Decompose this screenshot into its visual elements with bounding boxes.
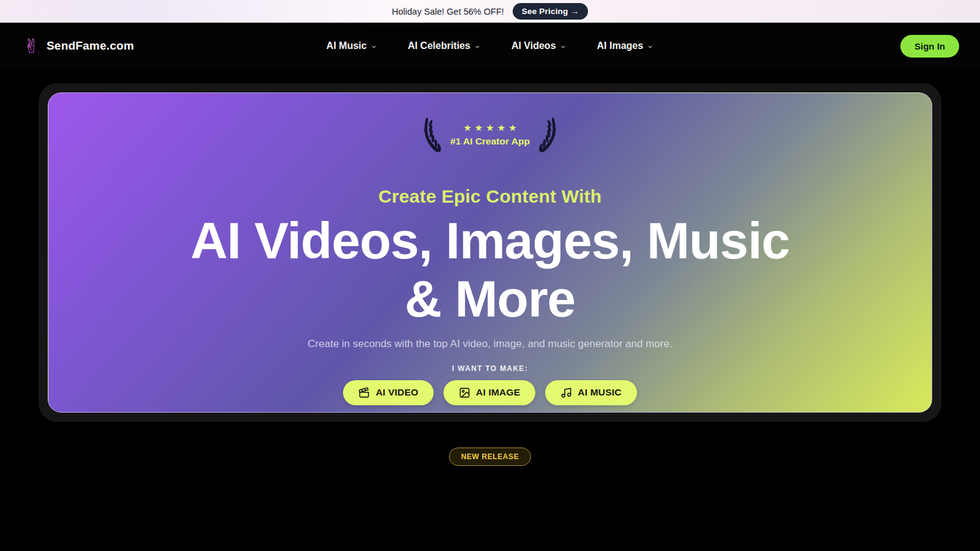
sign-in-button[interactable]: Sign In <box>900 35 959 58</box>
hero-card: ★★★★★ #1 AI Creator App <box>48 92 932 413</box>
cta-button-row: AI VIDEO AI IMAGE AI MUSIC <box>343 380 636 405</box>
chevron-down-icon <box>560 43 567 50</box>
nav-label: AI Images <box>597 40 644 51</box>
ai-video-button[interactable]: AI VIDEO <box>343 380 434 405</box>
music-note-icon <box>560 387 572 399</box>
laurel-left-icon <box>418 116 444 153</box>
award-center: ★★★★★ #1 AI Creator App <box>450 122 530 147</box>
nav-item-ai-images[interactable]: AI Images <box>597 40 654 51</box>
cta-button-label: AI MUSIC <box>578 387 621 398</box>
peace-hand-icon: ✌✦ <box>21 34 42 58</box>
hero-title-line1: AI Videos, Images, Music <box>190 212 790 269</box>
hero-title: AI Videos, Images, Music& More <box>190 212 790 328</box>
five-stars: ★★★★★ <box>450 122 530 133</box>
clapperboard-icon <box>358 387 370 399</box>
ai-image-button[interactable]: AI IMAGE <box>443 380 535 405</box>
brand-logo[interactable]: ✌✦ SendFame.com <box>21 34 192 58</box>
nav-item-ai-music[interactable]: AI Music <box>326 40 377 51</box>
site-header: ✌✦ SendFame.com AI Music AI Celebrities … <box>0 23 980 69</box>
image-icon <box>459 387 470 399</box>
see-pricing-button[interactable]: See Pricing → <box>513 3 588 20</box>
award-label: #1 AI Creator App <box>450 136 530 147</box>
header-actions: Sign In <box>788 35 959 58</box>
cta-button-label: AI VIDEO <box>375 387 418 398</box>
hero-title-line2: & More <box>405 270 576 328</box>
chevron-down-icon <box>474 43 481 50</box>
ai-music-button[interactable]: AI MUSIC <box>545 380 636 405</box>
chevron-down-icon <box>371 43 377 50</box>
award-badge: ★★★★★ #1 AI Creator App <box>418 116 562 153</box>
nav-label: AI Music <box>326 40 367 51</box>
cta-button-label: AI IMAGE <box>476 387 520 398</box>
hero-subtitle: Create in seconds with the top AI video,… <box>307 338 672 350</box>
cta-label: I WANT TO MAKE: <box>452 364 528 373</box>
promo-text: Holiday Sale! Get 56% OFF! <box>392 7 504 17</box>
main-nav: AI Music AI Celebrities AI Videos AI Ima… <box>192 40 788 51</box>
nav-item-ai-videos[interactable]: AI Videos <box>511 40 567 51</box>
nav-label: AI Videos <box>511 40 556 51</box>
hero-kicker: Create Epic Content With <box>379 186 602 207</box>
nav-item-ai-celebrities[interactable]: AI Celebrities <box>408 40 481 51</box>
nav-label: AI Celebrities <box>408 40 470 51</box>
promo-banner: Holiday Sale! Get 56% OFF! See Pricing → <box>0 0 980 23</box>
laurel-right-icon <box>536 116 562 153</box>
new-release-badge[interactable]: NEW RELEASE <box>449 448 532 466</box>
new-release-row: NEW RELEASE <box>0 448 980 466</box>
chevron-down-icon <box>647 43 654 50</box>
hero-frame: ★★★★★ #1 AI Creator App <box>39 83 941 422</box>
brand-name: SendFame.com <box>47 39 134 53</box>
